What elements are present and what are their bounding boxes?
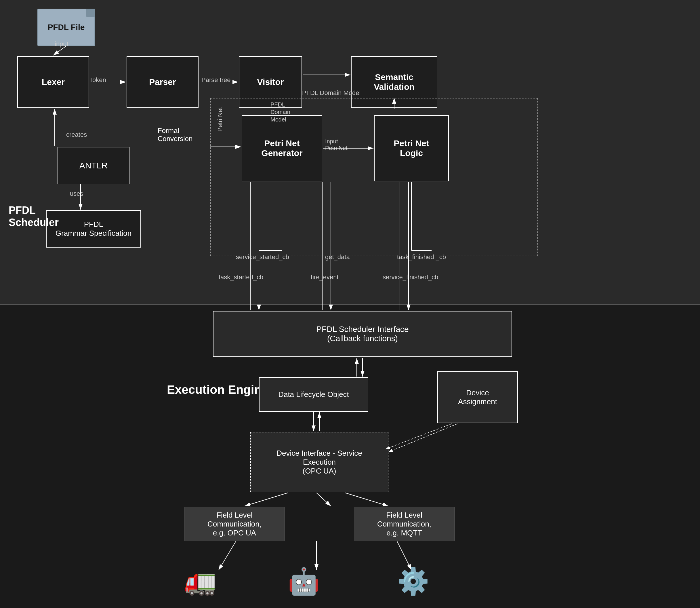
field-comm-left: Field Level Communication, e.g. OPC UA: [184, 507, 285, 541]
formal-conversion-label: FormalConversion: [158, 127, 193, 143]
parser-box: Parser: [127, 56, 198, 108]
machine-icon-2: 🤖: [288, 566, 320, 596]
pfdl-domain-model-label: PFDL Domain Model: [270, 101, 290, 123]
token-label: Token: [89, 76, 106, 84]
task-finished-cb-label: task_finished _cb: [397, 253, 446, 261]
creates-label: creates: [66, 131, 87, 138]
get-data-label: get_data: [325, 253, 350, 261]
svg-line-23: [245, 493, 288, 506]
diagram-container: PFDL File Lexer Parser ANTLR PFDL Gramma…: [0, 0, 700, 608]
device-assignment-box: Device Assignment: [437, 372, 518, 423]
input-label: input: [55, 40, 69, 48]
svg-line-25: [345, 493, 388, 506]
parse-tree-label: Parse tree: [201, 76, 231, 84]
petri-gen-box: Petri Net Generator: [242, 115, 322, 182]
device-interface-box: Device Interface - Service Execution (OP…: [250, 432, 388, 492]
lexer-box: Lexer: [17, 56, 89, 108]
pfdl-domain-model-top-label: PFDL Domain Model: [302, 89, 361, 97]
grammar-box: PFDL Grammar Specification: [46, 210, 141, 248]
data-lifecycle-box: Data Lifecycle Object: [259, 377, 368, 412]
task-started-cb-label: task_started_cb: [219, 273, 263, 281]
svg-line-24: [316, 493, 331, 506]
pfdl-scheduler-label: PFDLScheduler: [8, 204, 59, 229]
petri-net-label: Petri Net: [216, 107, 224, 132]
uses-label: uses: [70, 190, 83, 197]
input-petri-net-label: Input Petri Net: [325, 138, 348, 151]
service-started-cb-label: service_started_cb: [236, 253, 289, 261]
svg-line-28: [397, 541, 411, 570]
machine-icon-3: ⚙️: [397, 566, 429, 596]
machine-icon-1: 🚛: [184, 566, 216, 596]
field-comm-right: Field Level Communication, e.g. MQTT: [354, 507, 454, 541]
callback-box: PFDL Scheduler Interface (Callback funct…: [213, 311, 512, 357]
fire-event-label: fire_event: [311, 273, 338, 281]
service-finished-cb-label: service_finished_cb: [383, 273, 438, 281]
antlr-box: ANTLR: [58, 147, 130, 184]
petri-logic-box: Petri Net Logic: [374, 115, 449, 182]
execution-engine-label: Execution Engine: [167, 383, 268, 397]
svg-line-22: [388, 424, 458, 452]
svg-line-26: [219, 541, 236, 570]
svg-line-21: [386, 424, 452, 449]
